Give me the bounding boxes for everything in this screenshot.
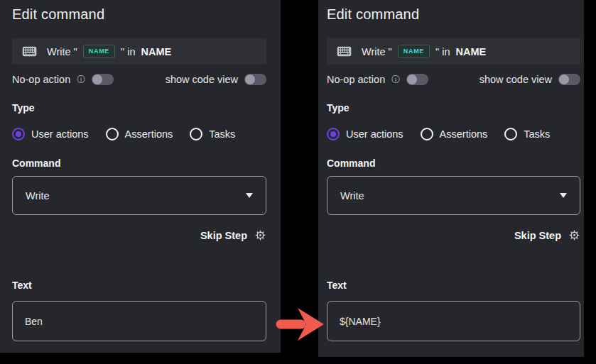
radio-option-assertions[interactable]: Assertions [421, 128, 488, 140]
text-input[interactable] [12, 301, 266, 341]
radio-icon [106, 128, 119, 140]
skip-step-label: Skip Step [200, 230, 247, 241]
radio-option-tasks[interactable]: Tasks [504, 128, 550, 140]
radio-label: Assertions [125, 128, 173, 140]
noop-group: No-op action ⓘ [327, 74, 428, 85]
radio-option-assertions[interactable]: Assertions [106, 128, 173, 140]
toggle-row: No-op action ⓘ show code view [327, 74, 580, 85]
radio-label: Tasks [524, 128, 550, 140]
toggle-knob [559, 75, 569, 84]
transform-arrow [274, 306, 325, 343]
radio-option-tasks[interactable]: Tasks [190, 128, 235, 140]
info-icon: ⓘ [77, 75, 85, 84]
codeview-label: show code view [479, 74, 552, 85]
radio-label: User actions [346, 128, 403, 140]
command-label: Command [12, 158, 266, 170]
edit-command-panel-before: Edit command Write " NAME " in NAME No-o… [0, 0, 281, 353]
info-icon: ⓘ [391, 75, 400, 84]
codeview-label: show code view [166, 74, 238, 85]
codeview-group: show code view [166, 74, 266, 85]
radio-icon [504, 128, 517, 140]
toggle-knob [407, 75, 417, 84]
noop-toggle[interactable] [92, 74, 114, 85]
radio-label: Tasks [209, 128, 235, 140]
toggle-knob [92, 75, 102, 84]
command-select[interactable]: Write [327, 176, 580, 215]
codeview-toggle[interactable] [244, 74, 266, 85]
panel-title: Edit command [327, 0, 580, 23]
preview-text-after: " in [435, 46, 450, 57]
command-preview[interactable]: Write " NAME " in NAME [327, 38, 580, 65]
type-radio-group: User actions Assertions Tasks [12, 128, 266, 140]
chevron-down-icon [560, 193, 567, 198]
variable-badge: NAME [398, 45, 430, 58]
toggle-row: No-op action ⓘ show code view [12, 74, 266, 85]
skip-step-label: Skip Step [514, 230, 561, 241]
type-label: Type [12, 102, 266, 114]
keyboard-icon [22, 46, 37, 57]
gear-icon[interactable] [568, 229, 580, 241]
radio-option-user-actions[interactable]: User actions [12, 128, 89, 140]
text-label: Text [327, 280, 580, 292]
command-select-value: Write [340, 190, 364, 202]
codeview-toggle[interactable] [558, 74, 580, 85]
edit-command-panel-after: Edit command Write " NAME " in NAME No-o… [318, 0, 584, 357]
variable-badge: NAME [83, 45, 115, 58]
command-preview[interactable]: Write " NAME " in NAME [12, 38, 266, 65]
noop-label: No-op action [327, 74, 385, 85]
radio-option-user-actions[interactable]: User actions [327, 128, 403, 140]
noop-toggle[interactable] [406, 74, 428, 85]
command-label: Command [327, 158, 580, 170]
comparison-canvas: Edit command Write " NAME " in NAME No-o… [0, 0, 596, 364]
command-select-value: Write [26, 190, 50, 202]
radio-icon [190, 128, 202, 140]
skip-step-row: Skip Step [327, 229, 580, 241]
command-select[interactable]: Write [12, 176, 266, 215]
text-input[interactable] [327, 301, 580, 341]
preview-target: NAME [141, 46, 172, 57]
preview-target: NAME [456, 46, 487, 57]
noop-group: No-op action ⓘ [12, 74, 114, 85]
noop-label: No-op action [12, 74, 70, 85]
toggle-knob [245, 75, 255, 84]
radio-selected-icon [12, 128, 25, 140]
radio-label: Assertions [440, 128, 488, 140]
chevron-down-icon [246, 193, 253, 198]
type-radio-group: User actions Assertions Tasks [327, 128, 580, 140]
radio-label: User actions [31, 128, 89, 140]
radio-icon [421, 128, 433, 140]
gear-icon[interactable] [254, 229, 266, 241]
codeview-group: show code view [479, 74, 580, 85]
keyboard-icon [337, 46, 352, 57]
preview-text-before: Write " [362, 46, 392, 57]
panel-title: Edit command [12, 0, 266, 23]
preview-text-before: Write " [47, 46, 77, 57]
text-label: Text [12, 280, 266, 292]
skip-step-row: Skip Step [12, 229, 266, 241]
preview-text-after: " in [121, 46, 135, 57]
type-label: Type [327, 102, 580, 114]
radio-selected-icon [327, 128, 340, 140]
